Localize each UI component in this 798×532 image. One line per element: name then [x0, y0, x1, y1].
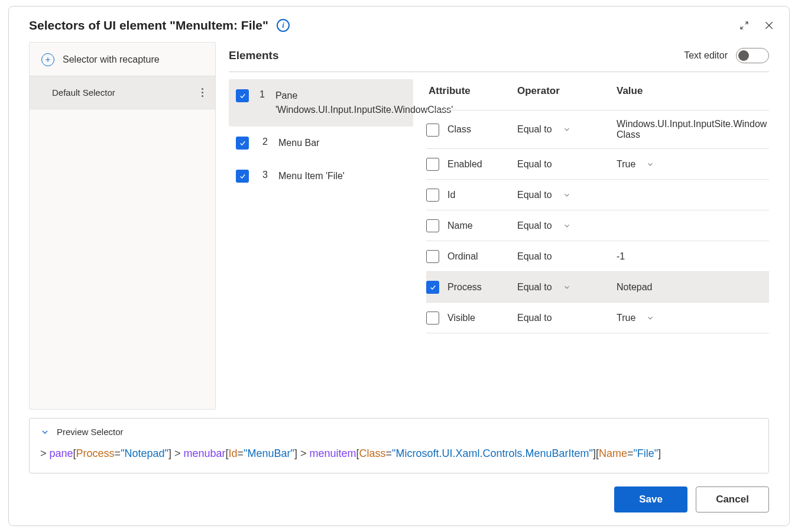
attribute-row[interactable]: Name Equal to	[426, 210, 769, 241]
col-operator: Operator	[517, 85, 560, 97]
col-attribute: Attribute	[429, 85, 471, 97]
attribute-table: Attribute Operator Value Class Equal to …	[413, 72, 769, 410]
save-button[interactable]: Save	[614, 486, 687, 512]
attribute-name: Enabled	[447, 159, 482, 170]
operator-value: Equal to	[517, 220, 552, 231]
operator-value: Equal to	[517, 313, 552, 323]
cancel-button[interactable]: Cancel	[696, 486, 769, 512]
element-label: Menu Bar	[278, 136, 406, 150]
attribute-checkbox[interactable]	[426, 189, 439, 202]
element-row[interactable]: 3 Menu Item 'File'	[229, 160, 413, 193]
operator-value: Equal to	[517, 251, 552, 262]
plus-icon	[41, 53, 54, 66]
text-editor-label: Text editor	[684, 50, 728, 61]
element-checkbox[interactable]	[236, 89, 249, 102]
attribute-checkbox[interactable]	[426, 124, 439, 137]
attribute-checkbox[interactable]	[426, 281, 439, 294]
attribute-checkbox[interactable]	[426, 158, 439, 171]
elements-split: 1 Pane 'Windows.UI.Input.InputSite.Windo…	[229, 72, 769, 410]
preview-selector-panel: Preview Selector > pane[Process="Notepad…	[29, 418, 769, 473]
attribute-row[interactable]: Id Equal to	[426, 180, 769, 210]
element-label: Menu Item 'File'	[278, 169, 406, 183]
dialog-header: Selectors of UI element "MenuItem: File"…	[9, 7, 789, 42]
attribute-value: True	[617, 313, 635, 323]
element-row[interactable]: 1 Pane 'Windows.UI.Input.InputSite.Windo…	[229, 79, 413, 126]
sidebar-item-label: Default Selector	[52, 87, 115, 98]
attribute-name: Visible	[447, 313, 475, 323]
element-row[interactable]: 2 Menu Bar	[229, 126, 413, 160]
chevron-down-icon[interactable]	[563, 125, 571, 134]
attribute-row[interactable]: Enabled Equal to True	[426, 149, 769, 180]
attribute-name: Id	[447, 190, 455, 200]
attribute-value: -1	[617, 251, 625, 262]
attribute-name: Name	[447, 220, 473, 231]
elements-title: Elements	[229, 49, 278, 62]
dialog-footer: Save Cancel	[9, 473, 789, 525]
attribute-checkbox[interactable]	[426, 312, 439, 325]
attribute-value: Notepad	[617, 282, 653, 293]
element-index: 2	[259, 137, 268, 147]
add-selector-label: Selector with recapture	[63, 54, 160, 65]
chevron-down-icon[interactable]	[563, 191, 571, 199]
attribute-row[interactable]: Ordinal Equal to -1	[426, 241, 769, 272]
close-icon[interactable]	[761, 17, 777, 34]
add-selector-button[interactable]: Selector with recapture	[30, 43, 215, 76]
element-index: 1	[259, 89, 265, 100]
chevron-down-icon[interactable]	[646, 160, 654, 168]
dialog-body: Selector with recapture Default Selector…	[9, 42, 789, 410]
attribute-header-row: Attribute Operator Value	[426, 82, 769, 111]
col-value: Value	[617, 85, 643, 97]
attribute-checkbox[interactable]	[426, 219, 439, 232]
preview-toggle[interactable]: Preview Selector	[40, 427, 758, 437]
attribute-checkbox[interactable]	[426, 250, 439, 263]
element-index: 3	[259, 170, 268, 180]
preview-label: Preview Selector	[57, 427, 124, 437]
operator-value: Equal to	[517, 124, 552, 135]
attribute-row[interactable]: Process Equal to Notepad	[426, 272, 769, 303]
element-checkbox[interactable]	[236, 170, 249, 183]
operator-value: Equal to	[517, 282, 552, 293]
attribute-name: Process	[447, 282, 482, 293]
more-icon[interactable]	[196, 86, 209, 99]
expand-icon[interactable]	[736, 17, 752, 34]
attribute-row[interactable]: Visible Equal to True	[426, 303, 769, 333]
chevron-down-icon[interactable]	[646, 314, 654, 322]
attribute-value: Windows.UI.Input.InputSite.WindowClass	[617, 119, 769, 140]
dialog-title: Selectors of UI element "MenuItem: File"	[29, 18, 268, 33]
operator-value: Equal to	[517, 159, 552, 170]
elements-panel: Elements Text editor 1 Pane 'Windows.UI.…	[229, 42, 769, 410]
preview-selector-code: > pane[Process="Notepad"] > menubar[Id="…	[40, 445, 758, 462]
chevron-down-icon[interactable]	[563, 222, 571, 230]
text-editor-toggle[interactable]	[736, 48, 769, 63]
attribute-row[interactable]: Class Equal to Windows.UI.Input.InputSit…	[426, 111, 769, 149]
chevron-down-icon[interactable]	[563, 283, 571, 291]
operator-value: Equal to	[517, 190, 552, 200]
selector-builder-dialog: Selectors of UI element "MenuItem: File"…	[8, 6, 790, 526]
attribute-name: Ordinal	[447, 251, 478, 262]
info-icon[interactable]: i	[277, 19, 290, 32]
elements-panel-header: Elements Text editor	[229, 42, 769, 72]
attribute-value: True	[617, 159, 635, 170]
selector-list-sidebar: Selector with recapture Default Selector	[29, 42, 216, 410]
sidebar-selector-item[interactable]: Default Selector	[30, 76, 215, 109]
element-hierarchy-list: 1 Pane 'Windows.UI.Input.InputSite.Windo…	[229, 72, 413, 410]
toggle-knob	[738, 50, 749, 61]
element-checkbox[interactable]	[236, 137, 249, 150]
attribute-name: Class	[447, 124, 471, 135]
